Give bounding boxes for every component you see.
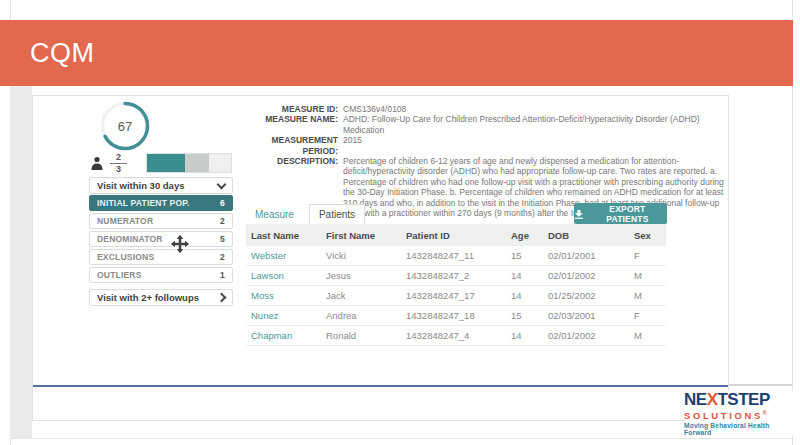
stat-initial-patient-pop[interactable]: INITIAL PATIENT POP. 6 [89,195,233,211]
ratio-denominator: 3 [110,164,127,175]
stat-label: INITIAL PATIENT POP. [97,198,190,208]
stat-label: NUMERATOR [97,216,153,226]
gauge-value: 67 [118,119,132,134]
patient-sex: F [629,250,666,261]
filter-visit-30-days[interactable]: Visit within 30 days [89,177,233,194]
patient-dob: 01/25/2002 [543,290,629,301]
tab-patients[interactable]: Patients [309,204,365,224]
filter-label: Visit within 30 days [97,180,184,191]
logo-text: TSTEP [717,390,769,409]
slide-bottom-edge [10,438,792,439]
patient-dob: 02/01/2002 [543,270,629,281]
meta-row-id: MEASURE ID: CMS136v4/0108 [246,104,726,114]
patient-age: 14 [506,290,543,301]
col-age: Age [506,230,543,241]
patient-first-name: Jesus [321,270,401,281]
measure-id-value: CMS136v4/0108 [343,104,726,114]
progress-segment-numerator [147,154,185,172]
meta-row-period: MEASUREMENT PERIOD: 2015 [246,135,726,156]
patient-dob: 02/01/2001 [543,250,629,261]
ratio-row: 2 3 [91,150,127,176]
measure-name-value: ADHD: Follow-Up Care for Children Prescr… [343,114,726,135]
stat-value: 2 [220,216,225,226]
stat-value: 5 [220,234,225,244]
logo-text: NE [684,390,707,409]
measure-meta: MEASURE ID: CMS136v4/0108 MEASURE NAME: … [246,104,726,218]
registered-mark: ® [763,410,767,416]
table-row: Chapman Ronald 1432848247_4 14 02/01/200… [246,326,666,346]
chevron-right-icon [217,293,227,303]
filter-visit-2plus-followups[interactable]: Visit with 2+ followups [89,289,233,306]
patient-sex: M [629,270,666,281]
tabs: Measure Patients [246,204,365,224]
sidebar-strip [10,86,32,438]
patient-last-name-link[interactable]: Moss [246,290,321,301]
progress-segment-remainder [185,154,209,172]
stat-exclusions[interactable]: EXCLUSIONS 2 [89,249,233,265]
progress-segment-empty [209,154,231,172]
nextstep-logo: NEXTSTEP SOLUTIONS® Moving Behavioral He… [684,391,794,436]
patient-first-name: Vicki [321,250,401,261]
patient-first-name: Ronald [321,330,401,341]
patient-id: 1432848247_11 [401,250,506,261]
logo-wordmark: NEXTSTEP [684,391,794,408]
patient-age: 14 [506,270,543,281]
patient-last-name-link[interactable]: Chapman [246,330,321,341]
patient-sex: M [629,290,666,301]
stat-denominator[interactable]: DENOMINATOR 5 [89,231,233,247]
tab-measure[interactable]: Measure [246,204,303,224]
patient-sex: M [629,330,666,341]
stat-value: 6 [220,198,225,208]
progress-bar [146,153,232,173]
patient-last-name-link[interactable]: Webster [246,250,321,261]
table-row: Nunez Andrea 1432848247_18 15 02/03/2001… [246,306,666,326]
download-icon [574,209,584,219]
stat-outliers[interactable]: OUTLIERS 1 [89,267,233,283]
patient-age: 14 [506,330,543,341]
measure-name-label: MEASURE NAME: [246,114,338,135]
stat-label: DENOMINATOR [97,234,163,244]
ratio-fraction: 2 3 [110,152,127,175]
move-cursor-icon [170,234,190,254]
logo-tagline: Moving Behavioral Health Forward [684,422,794,436]
stat-value: 2 [220,252,225,262]
patient-last-name-link[interactable]: Lawson [246,270,321,281]
table-header-row: Last Name First Name Patient ID Age DOB … [246,224,666,246]
patient-last-name-link[interactable]: Nunez [246,310,321,321]
logo-solutions: SOLUTIONS® [684,408,794,421]
patient-dob: 02/01/2002 [543,330,629,341]
patient-first-name: Jack [321,290,401,301]
logo-solutions-text: SOLUTIONS [684,410,763,421]
stat-numerator[interactable]: NUMERATOR 2 [89,213,233,229]
col-sex: Sex [629,230,666,241]
page-title: CQM [30,38,95,69]
export-patients-label: EXPORT PATIENTS [588,204,667,224]
patient-age: 15 [506,310,543,321]
filter-label: Visit with 2+ followups [97,292,199,303]
person-icon [91,156,103,171]
col-dob: DOB [543,230,629,241]
patient-dob: 02/03/2001 [543,310,629,321]
stat-label: EXCLUSIONS [97,252,154,262]
stat-value: 1 [220,270,225,280]
logo-x: X [707,390,718,409]
table-row: Moss Jack 1432848247_17 14 01/25/2002 M [246,286,666,306]
patient-id: 1432848247_4 [401,330,506,341]
chevron-down-icon [217,179,227,189]
patient-id: 1432848247_2 [401,270,506,281]
col-last-name: Last Name [246,230,321,241]
patient-id: 1432848247_17 [401,290,506,301]
divider-line [33,385,728,387]
score-gauge: 67 [99,100,151,152]
app-header: CQM [0,20,793,86]
export-patients-button[interactable]: EXPORT PATIENTS [574,203,667,224]
divider-line-right [729,384,792,386]
table-row: Webster Vicki 1432848247_11 15 02/01/200… [246,246,666,266]
col-first-name: First Name [321,230,401,241]
patient-age: 15 [506,250,543,261]
measurement-period-value: 2015 [343,135,726,156]
patient-id: 1432848247_18 [401,310,506,321]
description-value: Percentage of children 6-12 years of age… [343,156,726,218]
ratio-numerator: 2 [110,152,127,164]
patients-table: Last Name First Name Patient ID Age DOB … [246,224,666,346]
